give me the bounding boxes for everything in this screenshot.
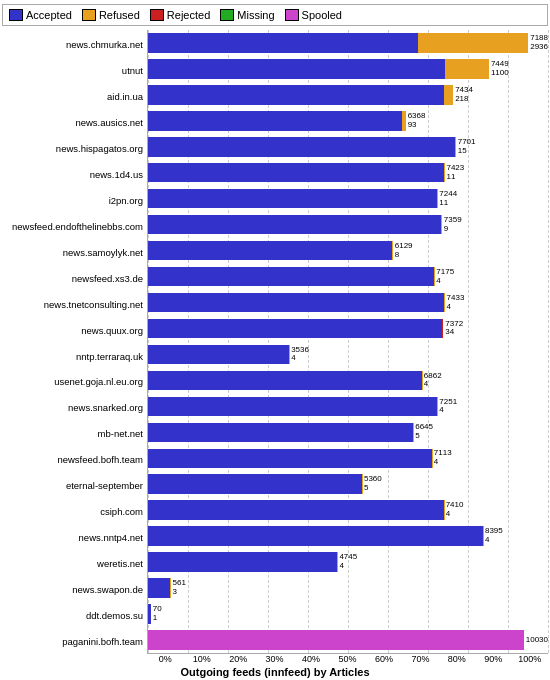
bar-value-secondary: 15 — [458, 147, 476, 156]
bar-segment-accepted — [148, 85, 444, 104]
bar-values: 737234 — [445, 320, 463, 338]
bar-value-secondary: 1 — [153, 614, 162, 623]
bar-segment-accepted — [148, 293, 444, 312]
bar-segment-accepted — [148, 449, 432, 468]
bar-values: 71754 — [436, 268, 454, 286]
bar-values: 71882936 — [530, 34, 548, 52]
y-label: news.chmurka.net — [2, 32, 147, 58]
bar-group — [148, 319, 443, 338]
bar-segment-accepted — [148, 423, 413, 442]
bar-row: 74491100 — [148, 56, 548, 82]
legend-color-box — [9, 9, 23, 21]
bar-segment-accepted — [148, 474, 362, 493]
bar-value-secondary: 11 — [446, 173, 464, 182]
bar-row: 636893 — [148, 108, 548, 134]
bar-values: 71134 — [434, 449, 452, 467]
bar-row: 53605 — [148, 471, 548, 497]
bar-values: 53605 — [364, 475, 382, 493]
grid-line — [548, 30, 549, 653]
y-label: news.ausics.net — [2, 110, 147, 136]
legend: AcceptedRefusedRejectedMissingSpooled — [2, 4, 548, 26]
x-tick: 30% — [256, 654, 292, 664]
bar-group — [148, 241, 393, 260]
legend-item: Spooled — [285, 9, 342, 21]
bar-segment-accepted — [148, 215, 441, 234]
legend-item: Accepted — [9, 9, 72, 21]
bar-segment-accepted — [148, 59, 445, 78]
y-label: news.1d4.us — [2, 162, 147, 188]
bar-group — [148, 397, 437, 416]
bar-values: 770115 — [458, 138, 476, 156]
bar-group — [148, 215, 442, 234]
bar-group — [148, 267, 434, 286]
bar-row: 47454 — [148, 549, 548, 575]
y-label: weretis.net — [2, 550, 147, 576]
bar-values: 10030 — [526, 636, 548, 645]
bar-segment-accepted — [148, 371, 422, 390]
bar-values: 61298 — [395, 242, 413, 260]
bar-value-secondary: 4 — [291, 354, 309, 363]
bar-group — [148, 552, 337, 571]
bar-segment-spooled — [148, 630, 524, 649]
bar-group — [148, 189, 437, 208]
bar-rows: 7188293674491100743421863689377011574231… — [148, 30, 548, 653]
bar-segment-accepted — [148, 267, 434, 286]
y-label: newsfeed.endofthelinebbs.com — [2, 213, 147, 239]
bar-value-secondary: 1100 — [491, 69, 509, 78]
bar-segment-accepted — [148, 137, 455, 156]
legend-color-box — [150, 9, 164, 21]
bar-segment-accepted — [148, 189, 437, 208]
y-label: news.snarked.org — [2, 395, 147, 421]
bar-values: 7434218 — [455, 86, 473, 104]
bars-area: 7188293674491100743421863689377011574231… — [147, 30, 548, 654]
bar-group — [148, 604, 151, 623]
bar-value-secondary: 5 — [364, 484, 382, 493]
bar-row: 74334 — [148, 290, 548, 316]
bar-group — [148, 163, 444, 182]
bar-segment-accepted — [148, 33, 418, 52]
y-label: newsfeed.bofh.team — [2, 447, 147, 473]
bar-value-secondary: 9 — [444, 225, 462, 234]
bar-value-secondary: 11 — [439, 199, 457, 208]
bar-row: 724411 — [148, 186, 548, 212]
bar-value-secondary: 4 — [485, 536, 503, 545]
y-label: utnut — [2, 58, 147, 84]
bar-row: 73599 — [148, 212, 548, 238]
y-label: news.nntp4.net — [2, 525, 147, 551]
bar-value-secondary: 3 — [172, 588, 185, 597]
bar-row: 66455 — [148, 419, 548, 445]
y-label: paganini.bofh.team — [2, 628, 147, 654]
bar-segment-accepted — [148, 526, 483, 545]
bar-values: 73599 — [444, 216, 462, 234]
bar-value-secondary: 5 — [415, 432, 433, 441]
bar-segment-refused — [455, 137, 456, 156]
bar-values: 636893 — [408, 112, 426, 130]
y-label: nntp.terraraq.uk — [2, 343, 147, 369]
bar-value-secondary: 4 — [439, 406, 457, 415]
y-label: mb-net.net — [2, 421, 147, 447]
x-axis-title: Outgoing feeds (innfeed) by Articles — [2, 666, 548, 678]
bar-values: 74491100 — [491, 60, 509, 78]
bar-group — [148, 578, 170, 597]
bar-row: 68624 — [148, 367, 548, 393]
bar-values: 701 — [153, 605, 162, 623]
y-label: usenet.goja.nl.eu.org — [2, 369, 147, 395]
bar-group — [148, 630, 524, 649]
bar-group — [148, 59, 489, 78]
legend-label: Rejected — [167, 9, 210, 21]
y-label: csiph.com — [2, 499, 147, 525]
bar-row: 72514 — [148, 393, 548, 419]
bar-segment-accepted — [148, 319, 442, 338]
x-tick: 80% — [439, 654, 475, 664]
bar-values: 35364 — [291, 346, 309, 364]
bar-row: 61298 — [148, 238, 548, 264]
chart-area: news.chmurka.netutnutaid.in.uanews.ausic… — [2, 30, 548, 654]
legend-label: Spooled — [302, 9, 342, 21]
bar-value-secondary: 218 — [455, 95, 473, 104]
legend-item: Missing — [220, 9, 274, 21]
bar-values: 83954 — [485, 527, 503, 545]
y-label: news.tnetconsulting.net — [2, 291, 147, 317]
bar-segment-rejected — [442, 319, 443, 338]
y-label: news.samoylyk.net — [2, 239, 147, 265]
bar-row: 701 — [148, 601, 548, 627]
